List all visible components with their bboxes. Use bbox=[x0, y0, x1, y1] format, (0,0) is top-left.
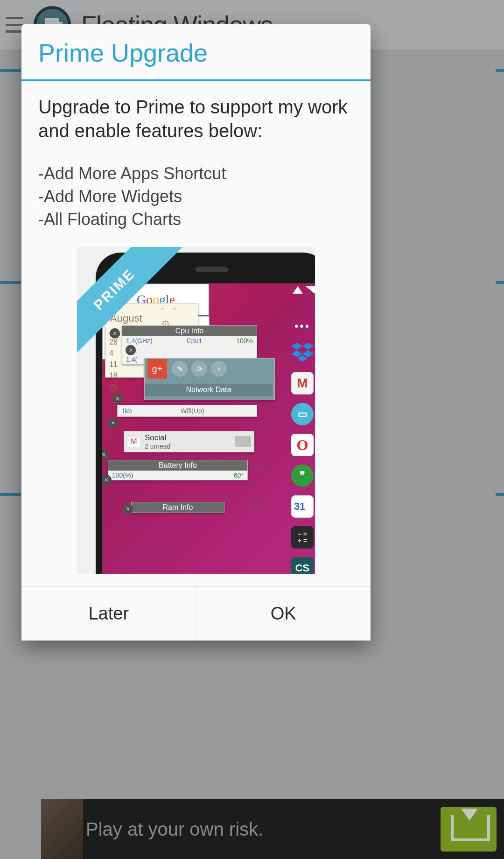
opera-icon: O bbox=[291, 434, 314, 456]
phone-speaker-icon bbox=[196, 267, 228, 272]
wifi-icon bbox=[293, 286, 303, 295]
feature-item: -Add More Widgets bbox=[38, 185, 354, 208]
battery-window: Battery Info 100(%)60° bbox=[108, 460, 248, 480]
dialog-title: Prime Upgrade bbox=[21, 24, 371, 81]
dialog-body: Upgrade to Prime to support my work and … bbox=[21, 81, 371, 586]
close-icon: × bbox=[102, 450, 109, 460]
dialog-actions: Later OK bbox=[21, 586, 371, 641]
windows-icon: ▭ bbox=[291, 403, 314, 425]
svg-marker-4 bbox=[298, 355, 308, 362]
gmail-icon: M bbox=[291, 372, 314, 394]
cs-icon: CS bbox=[291, 557, 314, 574]
close-icon: × bbox=[108, 418, 118, 428]
statusbar bbox=[293, 286, 315, 295]
wifi-window: 1kbWifi(Up) bbox=[117, 405, 257, 417]
later-button[interactable]: Later bbox=[21, 587, 196, 641]
time-label: 13:11 bbox=[250, 463, 265, 470]
hangouts-icon: ❞ bbox=[291, 465, 314, 487]
more-icon: ••• bbox=[294, 320, 310, 333]
dock: ••• M ▭ O ❞ 31 − = + = CS bbox=[286, 316, 315, 574]
chevron-right-icon: › bbox=[211, 361, 227, 377]
svg-marker-2 bbox=[291, 351, 302, 358]
dialog-lead: Upgrade to Prime to support my work and … bbox=[38, 95, 354, 143]
feature-item: -Add More Apps Shortcut bbox=[38, 162, 354, 185]
calendar-icon: 31 bbox=[291, 495, 314, 518]
phone-screen: ••• M ▭ O ❞ 31 − = + = CS Aug bbox=[102, 283, 315, 574]
calculator-icon: − = + = bbox=[291, 526, 314, 549]
envelope-icon bbox=[235, 436, 251, 447]
gplus-icon: g+ bbox=[147, 359, 167, 379]
social-window: M Social2 unread bbox=[124, 431, 254, 452]
ok-button[interactable]: OK bbox=[196, 587, 371, 641]
close-icon: × bbox=[112, 394, 123, 404]
gmail-icon: M bbox=[127, 436, 141, 447]
feature-list: -Add More Apps Shortcut -Add More Widget… bbox=[38, 162, 354, 231]
promo-image: ••• M ▭ O ❞ 31 − = + = CS Aug bbox=[77, 247, 315, 574]
feature-item: -All Floating Charts bbox=[38, 208, 354, 231]
network-window: g+ ✎ ⟳ › Network Data bbox=[144, 358, 275, 400]
refresh-icon: ⟳ bbox=[191, 361, 207, 377]
svg-marker-1 bbox=[302, 343, 314, 350]
edit-icon: ✎ bbox=[172, 361, 188, 377]
svg-marker-3 bbox=[302, 351, 314, 358]
prime-upgrade-dialog: Prime Upgrade Upgrade to Prime to suppor… bbox=[21, 24, 371, 641]
time-label: 2:16 bbox=[252, 503, 263, 510]
close-icon: × bbox=[102, 475, 112, 485]
dropbox-icon bbox=[291, 341, 314, 364]
ram-window: Ram Info bbox=[131, 502, 224, 513]
signal-icon bbox=[306, 286, 315, 295]
svg-marker-0 bbox=[291, 343, 302, 350]
